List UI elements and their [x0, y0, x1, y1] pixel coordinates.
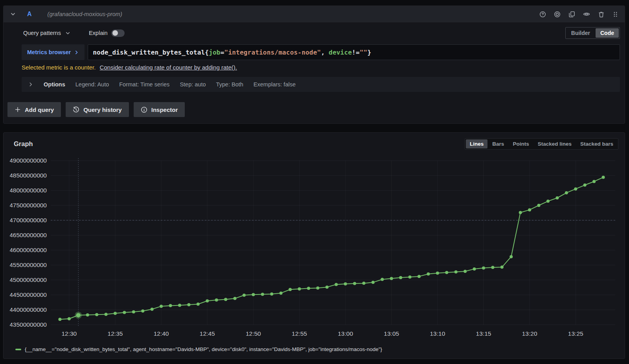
chart-area: 7435000000007440000000007445000000007450… — [10, 156, 618, 345]
data-point — [344, 282, 347, 285]
add-rate-link[interactable]: Consider calculating rate of counter by … — [100, 64, 237, 71]
y-axis-label: 745000000000 — [10, 276, 47, 283]
data-point — [58, 318, 61, 321]
data-point — [565, 191, 568, 194]
data-point — [592, 180, 596, 183]
data-point — [417, 275, 421, 278]
explain-toggle[interactable] — [111, 29, 125, 37]
options-chevron-icon[interactable] — [28, 82, 33, 87]
x-axis-label: 12:45 — [200, 330, 215, 337]
add-query-button[interactable]: Add query — [7, 102, 61, 117]
query-row-header[interactable]: A (grafanacloud-moxious-prom) — [4, 6, 625, 22]
x-axis-label: 12:40 — [154, 330, 169, 337]
graph-style-points[interactable]: Points — [509, 139, 533, 148]
data-point — [307, 287, 310, 290]
x-axis-label: 12:50 — [246, 330, 261, 337]
data-point — [427, 273, 430, 276]
data-point — [528, 208, 531, 211]
data-point — [500, 265, 504, 269]
query-actions-row: Add queryQuery historyInspector — [4, 92, 625, 117]
query-segment-default: } — [367, 49, 371, 56]
editor-mode-code[interactable]: Code — [596, 28, 619, 38]
query-patterns-chevron-icon[interactable] — [65, 30, 71, 36]
button-label: Inspector — [151, 106, 178, 113]
query-editor-panel: A (grafanacloud-moxious-prom) Query patt… — [3, 5, 625, 124]
data-point — [206, 299, 209, 302]
data-point — [68, 317, 71, 320]
data-point — [132, 310, 135, 313]
warning-text: Selected metric is a counter. — [22, 64, 96, 71]
help-icon[interactable] — [539, 11, 546, 18]
x-axis-label: 13:05 — [384, 330, 399, 337]
data-point — [436, 272, 439, 275]
data-point — [160, 305, 163, 308]
hide-response-icon[interactable] — [583, 11, 590, 18]
options-summary: Legend: AutoFormat: Time seriesStep: aut… — [75, 81, 296, 88]
graph-style-lines[interactable]: Lines — [466, 139, 487, 148]
data-point — [105, 313, 108, 316]
graph-style-stacked-bars[interactable]: Stacked bars — [576, 139, 617, 148]
graph-style-bars[interactable]: Bars — [488, 139, 508, 148]
data-point — [215, 298, 218, 302]
data-point — [86, 313, 89, 316]
toggle-knob — [112, 30, 118, 36]
graph-title: Graph — [14, 140, 33, 148]
option-step: Step: auto — [180, 81, 206, 88]
data-point — [243, 294, 246, 297]
options-label[interactable]: Options — [44, 81, 65, 88]
y-axis-label: 749000000000 — [10, 157, 47, 164]
data-point — [252, 293, 255, 296]
y-axis-label: 746000000000 — [10, 247, 47, 253]
metrics-browser-label: Metrics browser — [27, 49, 71, 55]
collapse-query-chevron-icon[interactable] — [10, 11, 16, 17]
data-point — [280, 291, 283, 294]
metrics-browser-button[interactable]: Metrics browser — [22, 44, 85, 60]
graph-style-stacked-lines[interactable]: Stacked lines — [534, 139, 576, 148]
query-toolbar-row: Query patterns Explain BuilderCode — [18, 27, 620, 39]
hover-point — [76, 313, 81, 317]
metrics-browser-chevron-icon — [74, 50, 79, 55]
options-bar[interactable]: Options Legend: AutoFormat: Time seriesS… — [22, 77, 620, 92]
data-point — [169, 304, 172, 307]
data-point — [270, 293, 273, 296]
x-axis-label: 12:55 — [292, 330, 307, 337]
data-point — [381, 278, 384, 281]
y-axis-label: 748500000000 — [10, 172, 47, 179]
data-point — [546, 199, 550, 203]
data-point — [372, 281, 375, 284]
query-patterns-button[interactable]: Query patterns — [23, 30, 61, 36]
data-point — [261, 293, 264, 296]
series-line — [60, 177, 603, 320]
option-exemplars: Exemplars: false — [254, 81, 296, 88]
y-axis-label: 747500000000 — [10, 202, 47, 209]
editor-mode-switch: BuilderCode — [565, 27, 620, 39]
query-ref-id: A — [27, 11, 32, 18]
data-point — [390, 277, 393, 280]
data-point — [482, 267, 485, 270]
data-point — [224, 298, 227, 301]
y-axis-label: 746500000000 — [10, 232, 47, 238]
data-point — [445, 271, 448, 274]
data-point — [399, 276, 402, 279]
history-icon — [73, 106, 79, 113]
legend-series-label[interactable]: {__name__="node_disk_written_bytes_total… — [25, 346, 382, 352]
y-axis-label: 748000000000 — [10, 187, 47, 194]
promql-query-input[interactable]: node_disk_written_bytes_total{job="integ… — [88, 44, 620, 60]
query-segment-default: = — [221, 49, 224, 56]
info-icon — [141, 106, 147, 113]
remove-query-icon[interactable] — [598, 11, 605, 18]
data-point — [335, 283, 338, 286]
chart-canvas[interactable]: 7435000000007440000000007445000000007450… — [10, 156, 620, 344]
query-segment-label: device — [329, 49, 352, 56]
query-history-button[interactable]: Query history — [66, 102, 129, 117]
disable-query-icon[interactable] — [554, 11, 561, 18]
x-axis-label: 13:00 — [338, 330, 353, 337]
editor-mode-builder[interactable]: Builder — [566, 28, 595, 38]
drag-handle-icon[interactable] — [612, 11, 618, 18]
data-point — [234, 297, 237, 300]
duplicate-query-icon[interactable] — [568, 11, 575, 18]
inspector-button[interactable]: Inspector — [134, 102, 185, 117]
button-label: Query history — [83, 106, 122, 113]
x-axis-label: 13:10 — [430, 330, 445, 337]
query-input-row: Metrics browser node_disk_written_bytes_… — [18, 44, 620, 60]
